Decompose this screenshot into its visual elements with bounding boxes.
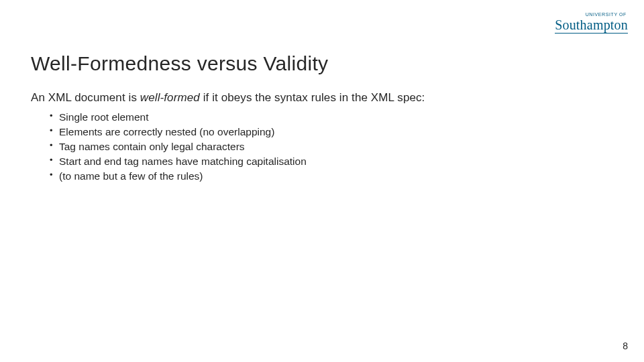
logo-topline: UNIVERSITY OF [555,12,628,17]
list-item: Tag names contain only legal characters [50,139,613,154]
intro-text: An XML document is well-formed if it obe… [31,91,613,105]
slide-content: Well-Formedness versus Validity An XML d… [31,52,613,184]
list-item: Start and end tag names have matching ca… [50,154,613,169]
logo-underline [555,33,628,34]
list-item: Single root element [50,110,613,125]
page-number: 8 [623,341,628,351]
logo-wordmark: Southampton [555,18,628,32]
bullet-list: Single root element Elements are correct… [50,110,613,184]
intro-italic: well-formed [140,91,200,104]
intro-post: if it obeys the syntax rules in the XML … [200,91,425,104]
university-logo: UNIVERSITY OF Southampton [555,12,628,34]
list-item: (to name but a few of the rules) [50,169,613,184]
list-item: Elements are correctly nested (no overla… [50,125,613,139]
intro-pre: An XML document is [31,91,140,104]
slide-title: Well-Formedness versus Validity [31,52,613,75]
